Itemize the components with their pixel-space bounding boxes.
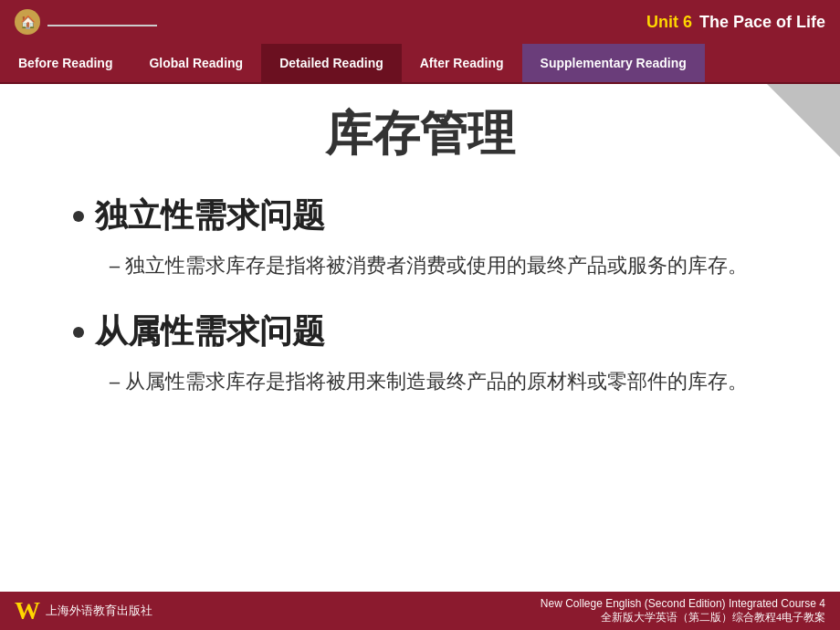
slide-body: 独立性需求问题 –独立性需求库存是指将被消费者消费或使用的最终产品或服务的库存。… bbox=[0, 166, 840, 592]
bullet-item-2: 从属性需求问题 –从属性需求库存是指将被用来制造最终产品的原材料或零部件的库存。 bbox=[73, 310, 785, 398]
publisher-w-icon: W bbox=[15, 596, 40, 625]
bottom-right-text: New College English (Second Edition) Int… bbox=[541, 597, 825, 625]
bullet-main-text-2: 从属性需求问题 bbox=[95, 310, 325, 354]
bullet-dot-1 bbox=[73, 211, 84, 222]
tab-detailed-reading[interactable]: Detailed Reading bbox=[261, 44, 402, 82]
app-container: 🏠 Unit 6 The Pace of Life Before Reading… bbox=[0, 0, 840, 630]
nav-tabs: Before Reading Global Reading Detailed R… bbox=[0, 44, 840, 84]
credit-line2: 全新版大学英语（第二版）综合教程4电子教案 bbox=[541, 610, 825, 625]
tab-before-reading[interactable]: Before Reading bbox=[0, 44, 131, 82]
home-icon[interactable]: 🏠 bbox=[15, 9, 40, 35]
dash-2: – bbox=[110, 365, 120, 398]
publisher-name: 上海外语教育出版社 bbox=[46, 603, 152, 619]
slide-title: 库存管理 bbox=[0, 84, 840, 166]
bullet-sub-text-2: 从属性需求库存是指将被用来制造最终产品的原材料或零部件的库存。 bbox=[125, 370, 748, 393]
bullet-main-2: 从属性需求问题 bbox=[73, 310, 785, 354]
bottom-bar: W 上海外语教育出版社 New College English (Second … bbox=[0, 592, 840, 630]
unit-label: Unit 6 bbox=[646, 13, 692, 32]
bullet-sub-2: –从属性需求库存是指将被用来制造最终产品的原材料或零部件的库存。 bbox=[73, 365, 785, 398]
top-bar-left: 🏠 bbox=[15, 9, 157, 35]
bullet-main-1: 独立性需求问题 bbox=[73, 194, 785, 238]
publisher-logo: W 上海外语教育出版社 bbox=[15, 596, 152, 625]
top-bar-right: Unit 6 The Pace of Life bbox=[646, 13, 825, 32]
tab-global-reading[interactable]: Global Reading bbox=[131, 44, 261, 82]
corner-accent bbox=[767, 84, 840, 157]
bullet-sub-1: –独立性需求库存是指将被消费者消费或使用的最终产品或服务的库存。 bbox=[73, 249, 785, 282]
tab-after-reading[interactable]: After Reading bbox=[402, 44, 522, 82]
bullet-main-text-1: 独立性需求问题 bbox=[95, 194, 325, 238]
bullet-dot-2 bbox=[73, 327, 84, 338]
credit-line1: New College English (Second Edition) Int… bbox=[541, 597, 825, 610]
pace-label: The Pace of Life bbox=[699, 13, 825, 32]
bullet-item-1: 独立性需求问题 –独立性需求库存是指将被消费者消费或使用的最终产品或服务的库存。 bbox=[73, 194, 785, 282]
top-bar: 🏠 Unit 6 The Pace of Life bbox=[0, 0, 840, 44]
bullet-sub-text-1: 独立性需求库存是指将被消费者消费或使用的最终产品或服务的库存。 bbox=[125, 254, 748, 277]
tab-supplementary-reading[interactable]: Supplementary Reading bbox=[522, 44, 705, 82]
main-content: 库存管理 独立性需求问题 –独立性需求库存是指将被消费者消费或使用的最终产品或服… bbox=[0, 84, 840, 592]
dash-1: – bbox=[110, 249, 120, 282]
